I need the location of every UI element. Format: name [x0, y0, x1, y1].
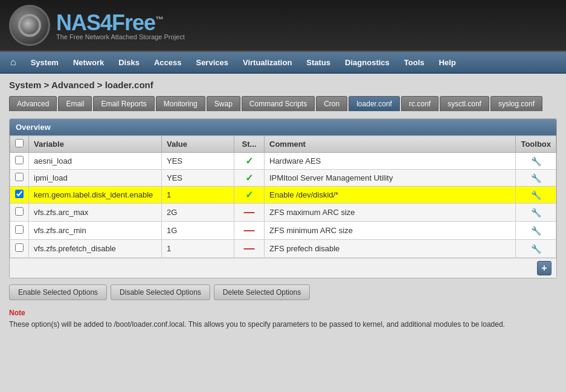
table-container: Overview Variable Value St... Comment To… — [9, 118, 557, 278]
table-row: vfs.zfs.arc_max 2G — ZFS maximum ARC siz… — [10, 204, 556, 222]
header: NAS4Free™ The Free Network Attached Stor… — [0, 0, 566, 52]
logo-subtitle: The Free Network Attached Storage Projec… — [56, 33, 185, 40]
variable-cell: ipmi_load — [29, 170, 162, 187]
comment-cell: ZFS minimum ARC size — [265, 222, 516, 240]
disable-selected-button[interactable]: Disable Selected Options — [111, 284, 210, 300]
nav-system[interactable]: System — [24, 54, 66, 71]
comment-cell: ZFS maximum ARC size — [265, 204, 516, 222]
add-row-button[interactable]: + — [537, 261, 552, 275]
col-variable: Variable — [29, 136, 162, 153]
comment-cell: Hardware AES — [265, 153, 516, 170]
content-area: System > Advanced > loader.conf Advanced… — [0, 74, 566, 392]
tab-email-reports[interactable]: Email Reports — [93, 96, 154, 111]
logo-tm: ™ — [155, 14, 163, 24]
edit-tool-icon[interactable]: 🔧 — [531, 226, 541, 236]
toolbox-cell: 🔧 — [516, 153, 556, 170]
nav-status[interactable]: Status — [299, 54, 338, 71]
note-label: Note — [9, 309, 557, 317]
select-all-checkbox[interactable] — [15, 139, 24, 147]
row-checkbox[interactable] — [15, 225, 24, 234]
value-cell: YES — [162, 170, 234, 187]
tab-email[interactable]: Email — [58, 96, 92, 111]
tab-advanced[interactable]: Advanced — [9, 96, 57, 111]
nav-tools[interactable]: Tools — [397, 54, 432, 71]
logo-name: NAS4Free — [56, 10, 155, 35]
nav-diagnostics[interactable]: Diagnostics — [338, 54, 397, 71]
variable-cell: vfs.zfs.arc_min — [29, 222, 162, 240]
row-checkbox[interactable] — [15, 207, 24, 216]
edit-tool-icon[interactable]: 🔧 — [531, 156, 541, 166]
nav-help[interactable]: Help — [431, 54, 463, 71]
nav-disks[interactable]: Disks — [111, 54, 147, 71]
row-checkbox[interactable] — [15, 173, 24, 181]
tabs-bar: Advanced Email Email Reports Monitoring … — [9, 96, 557, 111]
variable-cell: vfs.zfs.arc_max — [29, 204, 162, 222]
enable-selected-button[interactable]: Enable Selected Options — [9, 284, 107, 300]
status-cell: ✓ — [234, 170, 265, 187]
col-toolbox: Toolbox — [516, 136, 556, 153]
status-cell: — — [234, 240, 265, 258]
col-check — [10, 136, 29, 153]
nav-network[interactable]: Network — [66, 54, 111, 71]
edit-tool-icon[interactable]: 🔧 — [531, 190, 541, 200]
tab-monitoring[interactable]: Monitoring — [156, 96, 205, 111]
status-dash-icon: — — [244, 224, 255, 236]
note-text: These option(s) will be added to /boot/l… — [9, 319, 557, 330]
edit-tool-icon[interactable]: 🔧 — [531, 244, 541, 254]
logo-icon — [9, 5, 50, 46]
value-cell: 1 — [162, 240, 234, 258]
home-icon: ⌂ — [10, 57, 16, 68]
action-buttons: Enable Selected Options Disable Selected… — [9, 284, 557, 300]
variable-cell: vfs.zfs.prefetch_disable — [29, 240, 162, 258]
nav-virtualization[interactable]: Virtualization — [236, 54, 299, 71]
row-checkbox-cell — [10, 153, 29, 170]
tab-rc-conf[interactable]: rc.conf — [401, 96, 439, 111]
value-cell: 1G — [162, 222, 234, 240]
row-checkbox[interactable] — [15, 156, 24, 164]
nav-home[interactable]: ⌂ — [3, 53, 24, 72]
value-cell: 2G — [162, 204, 234, 222]
edit-tool-icon[interactable]: 🔧 — [531, 173, 541, 183]
status-dash-icon: — — [244, 242, 255, 254]
nav-access[interactable]: Access — [147, 54, 189, 71]
nav-services[interactable]: Services — [188, 54, 236, 71]
add-button-row: + — [10, 258, 556, 278]
logo-area: NAS4Free™ The Free Network Attached Stor… — [9, 5, 185, 46]
row-checkbox[interactable] — [15, 190, 24, 198]
row-checkbox[interactable] — [15, 243, 24, 252]
logo-text: NAS4Free™ The Free Network Attached Stor… — [56, 10, 185, 40]
row-checkbox-cell — [10, 187, 29, 204]
note-section: Note These option(s) will be added to /b… — [9, 309, 557, 330]
variable-cell: kern.geom.label.disk_ident.enable — [29, 187, 162, 204]
tab-command-scripts[interactable]: Command Scripts — [242, 96, 315, 111]
table-row: vfs.zfs.arc_min 1G — ZFS minimum ARC siz… — [10, 222, 556, 240]
overview-header: Overview — [10, 119, 556, 135]
tab-loader-conf[interactable]: loader.conf — [349, 96, 400, 111]
status-ok-icon: ✓ — [245, 156, 253, 166]
edit-tool-icon[interactable]: 🔧 — [531, 208, 541, 217]
comment-cell: Enable /dev/diskid/* — [265, 187, 516, 204]
options-table: Variable Value St... Comment Toolbox aes… — [10, 135, 556, 258]
table-row: aesni_load YES ✓ Hardware AES 🔧 — [10, 153, 556, 170]
toolbox-cell: 🔧 — [516, 170, 556, 187]
delete-selected-button[interactable]: Delete Selected Options — [214, 284, 310, 300]
breadcrumb: System > Advanced > loader.conf — [9, 80, 557, 90]
status-ok-icon: ✓ — [245, 173, 253, 183]
col-comment: Comment — [265, 136, 516, 153]
row-checkbox-cell — [10, 240, 29, 258]
col-value: Value — [162, 136, 234, 153]
toolbox-cell: 🔧 — [516, 187, 556, 204]
value-cell: YES — [162, 153, 234, 170]
nav-bar: ⌂ System Network Disks Access Services V… — [0, 52, 566, 74]
status-cell: — — [234, 222, 265, 240]
variable-cell: aesni_load — [29, 153, 162, 170]
value-cell: 1 — [162, 187, 234, 204]
logo-title: NAS4Free™ — [56, 10, 185, 36]
tab-swap[interactable]: Swap — [207, 96, 240, 111]
row-checkbox-cell — [10, 222, 29, 240]
table-row: ipmi_load YES ✓ IPMItool Server Manageme… — [10, 170, 556, 187]
tab-sysctl-conf[interactable]: sysctl.conf — [440, 96, 489, 111]
tab-syslog-conf[interactable]: syslog.conf — [490, 96, 542, 111]
tab-cron[interactable]: Cron — [316, 96, 347, 111]
row-checkbox-cell — [10, 170, 29, 187]
